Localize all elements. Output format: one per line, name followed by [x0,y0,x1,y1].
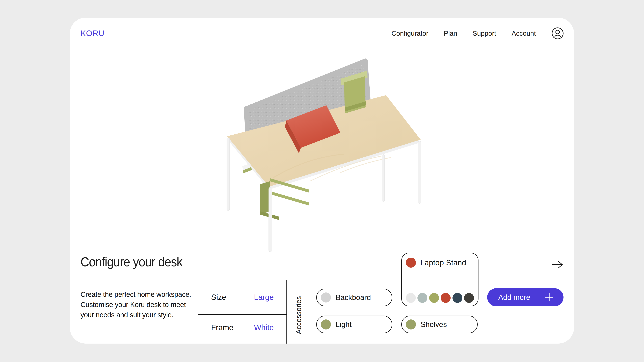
light-label: Light [336,320,352,329]
frame-row: Frame White [198,315,286,340]
panel-divider [70,280,574,280]
accessories-section: Accessories [293,293,304,338]
laptop-stand-color-dot [406,258,416,268]
nav-item-plan[interactable]: Plan [444,30,457,37]
column-divider-right [286,280,287,344]
laptop-stand-label: Laptop Stand [420,258,466,267]
accessory-backboard-button[interactable]: Backboard [316,289,392,306]
arrow-right-icon [552,261,562,268]
shelves-color-dot [406,320,416,330]
accessories-section-label: Accessories [295,296,303,334]
backboard-color-dot [321,293,331,303]
nav-item-configurator[interactable]: Configurator [392,30,428,37]
accessory-laptop-stand-chip[interactable]: Laptop Stand [406,258,466,268]
swatch-charcoal[interactable] [464,293,474,303]
plus-icon [545,293,554,302]
selected-accessory-card: Laptop Stand [401,253,478,306]
main-nav: Configurator Plan Support Account [392,26,564,40]
add-more-button[interactable]: Add more [487,288,564,306]
shelves-label: Shelves [420,320,447,329]
backboard-label: Backboard [336,293,371,302]
frame-value[interactable]: White [254,323,274,332]
page-title: Configure your desk [80,254,182,270]
main-card: KORU Configurator Plan Support Account [70,17,574,344]
swatch-olive[interactable] [429,293,439,303]
add-more-label: Add more [498,293,530,302]
desk-render [223,50,428,255]
account-icon[interactable] [551,27,564,40]
desk-shelves [260,178,309,220]
size-value[interactable]: Large [254,293,274,302]
nav-item-account[interactable]: Account [512,30,536,37]
size-row: Size Large [198,280,286,314]
swatch-slate[interactable] [452,293,462,303]
light-color-dot [321,320,331,330]
next-arrow-button[interactable] [551,260,564,269]
nav-item-support[interactable]: Support [472,30,496,37]
size-label: Size [211,293,226,302]
panel-description: Create the perfect home workspace. Custo… [80,290,196,320]
frame-label: Frame [211,323,234,332]
brand-logo[interactable]: KORU [80,29,104,38]
swatch-light-gray[interactable] [406,293,416,303]
swatch-gray-blue[interactable] [418,293,427,303]
page: KORU Configurator Plan Support Account [0,0,644,362]
accessory-shelves-button[interactable]: Shelves [401,316,478,333]
laptop-stand-swatches [406,293,474,303]
swatch-red[interactable] [441,293,451,303]
accessory-light-button[interactable]: Light [316,316,392,333]
